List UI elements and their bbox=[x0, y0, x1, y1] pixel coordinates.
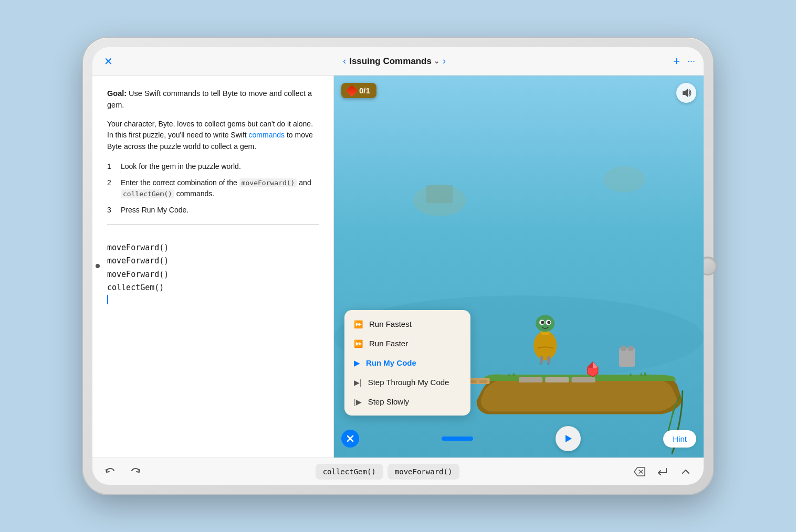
code-editor[interactable]: moveForward() moveForward() moveForward(… bbox=[92, 241, 333, 457]
hint-button[interactable]: Hint bbox=[663, 430, 696, 448]
text-cursor bbox=[107, 295, 108, 304]
nav-prev-button[interactable]: ‹ bbox=[343, 56, 346, 67]
ipad-frame: ✕ ‹ Issuing Commands ⌄ › + ··· Goal: bbox=[83, 38, 713, 494]
step-through-label: Step Through My Code bbox=[368, 378, 449, 387]
run-indicator bbox=[442, 437, 473, 441]
undo-button[interactable] bbox=[101, 462, 120, 481]
svg-rect-6 bbox=[519, 377, 542, 382]
run-fastest-icon: ⏩ bbox=[354, 320, 363, 328]
redo-icon bbox=[130, 466, 141, 477]
steps-list: 1 Look for the gem in the puzzle world. … bbox=[107, 161, 319, 216]
score-badge: 0/1 bbox=[341, 83, 376, 98]
add-button[interactable]: + bbox=[673, 55, 680, 68]
svg-rect-26 bbox=[621, 346, 626, 351]
nav-title[interactable]: Issuing Commands ⌄ bbox=[349, 56, 439, 67]
svg-point-13 bbox=[533, 331, 557, 360]
cursor-line[interactable] bbox=[107, 295, 319, 304]
right-panel: 0/1 bbox=[334, 76, 704, 457]
main-content: Goal: Use Swift commands to tell Byte to… bbox=[92, 76, 704, 457]
run-play-button[interactable] bbox=[556, 426, 581, 451]
top-bar-actions: + ··· bbox=[673, 55, 695, 68]
nav-bar: ‹ Issuing Commands ⌄ › bbox=[122, 56, 667, 67]
goal-label: Goal: bbox=[107, 89, 127, 98]
step-1-content: Look for the gem in the puzzle world. bbox=[121, 161, 319, 172]
sound-button[interactable] bbox=[676, 83, 696, 103]
step-slowly-item[interactable]: |▶ Step Slowly bbox=[344, 392, 470, 411]
run-faster-icon: ⏩ bbox=[354, 339, 363, 348]
svg-rect-20 bbox=[540, 356, 543, 364]
more-button[interactable]: ··· bbox=[687, 56, 695, 67]
game-background: 0/1 bbox=[334, 76, 704, 457]
svg-point-18 bbox=[541, 321, 544, 324]
run-my-code-item[interactable]: ▶ Run My Code bbox=[344, 353, 470, 373]
return-key-button[interactable] bbox=[653, 462, 672, 481]
chevron-up-button[interactable] bbox=[676, 462, 695, 481]
svg-rect-12 bbox=[479, 380, 487, 383]
run-my-code-icon: ▶ bbox=[354, 359, 360, 367]
chevron-up-icon bbox=[680, 466, 691, 477]
svg-rect-8 bbox=[572, 377, 595, 382]
delete-icon bbox=[633, 466, 646, 477]
svg-marker-0 bbox=[683, 89, 688, 97]
close-button[interactable]: ✕ bbox=[101, 54, 116, 69]
step-2: 2 Enter the correct combination of the m… bbox=[107, 177, 319, 199]
move-forward-snippet[interactable]: moveForward() bbox=[387, 464, 460, 480]
instructions-area: Goal: Use Swift commands to tell Byte to… bbox=[92, 76, 333, 241]
close-x-icon bbox=[347, 435, 354, 442]
run-fastest-label: Run Fastest bbox=[369, 320, 412, 328]
gem-icon bbox=[346, 84, 358, 97]
step-through-icon: ▶| bbox=[354, 378, 362, 387]
play-icon bbox=[563, 433, 573, 444]
svg-rect-7 bbox=[545, 377, 569, 382]
svg-point-15 bbox=[536, 315, 554, 332]
code-line-1[interactable]: moveForward() bbox=[107, 241, 319, 255]
step-1-number: 1 bbox=[107, 161, 114, 172]
code-collectgem: collectGem() bbox=[121, 189, 174, 198]
left-panel: Goal: Use Swift commands to tell Byte to… bbox=[92, 76, 334, 457]
run-my-code-label: Run My Code bbox=[366, 358, 416, 367]
run-fastest-item[interactable]: ⏩ Run Fastest bbox=[344, 314, 470, 334]
svg-point-19 bbox=[547, 321, 550, 324]
top-bar: ✕ ‹ Issuing Commands ⌄ › + ··· bbox=[92, 47, 704, 76]
close-run-button[interactable] bbox=[341, 430, 359, 448]
collect-gem-snippet[interactable]: collectGem() bbox=[316, 464, 383, 480]
ipad-screen: ✕ ‹ Issuing Commands ⌄ › + ··· Goal: bbox=[92, 47, 704, 485]
step-through-item[interactable]: ▶| Step Through My Code bbox=[344, 373, 470, 392]
nav-next-button[interactable]: › bbox=[443, 56, 446, 67]
step-1: 1 Look for the gem in the puzzle world. bbox=[107, 161, 319, 172]
undo-icon bbox=[104, 466, 116, 477]
run-menu: ⏩ Run Fastest ⏩ Run Faster ▶ Run My Code bbox=[344, 310, 470, 416]
code-line-4[interactable]: collectGem() bbox=[107, 281, 319, 295]
nav-chevron-icon: ⌄ bbox=[434, 57, 439, 65]
svg-rect-27 bbox=[628, 346, 633, 351]
toolbar-right bbox=[630, 462, 695, 481]
divider bbox=[107, 224, 319, 225]
redo-button[interactable] bbox=[126, 462, 145, 481]
svg-marker-30 bbox=[565, 435, 572, 442]
svg-point-3 bbox=[603, 166, 645, 193]
snippet-buttons: collectGem() moveForward() bbox=[151, 464, 624, 480]
step-3-number: 3 bbox=[107, 205, 114, 216]
svg-rect-25 bbox=[619, 348, 635, 367]
game-bottom-controls: Hint bbox=[334, 426, 704, 451]
score-text: 0/1 bbox=[359, 86, 370, 95]
step-2-number: 2 bbox=[107, 177, 114, 199]
commands-link[interactable]: commands bbox=[249, 131, 285, 139]
step-slowly-icon: |▶ bbox=[354, 398, 362, 406]
nav-title-text: Issuing Commands bbox=[349, 56, 432, 67]
code-line-3[interactable]: moveForward() bbox=[107, 268, 319, 282]
step-3-content: Press Run My Code. bbox=[121, 205, 319, 216]
step-3: 3 Press Run My Code. bbox=[107, 205, 319, 216]
description-text: Your character, Byte, loves to collect g… bbox=[107, 119, 319, 153]
goal-text: Goal: Use Swift commands to tell Byte to… bbox=[107, 88, 319, 111]
delete-key-button[interactable] bbox=[630, 462, 649, 481]
goal-description: Use Swift commands to tell Byte to move … bbox=[107, 89, 312, 109]
run-faster-label: Run Faster bbox=[369, 339, 408, 348]
speaker-icon bbox=[681, 88, 692, 98]
step-2-content: Enter the correct combination of the mov… bbox=[121, 177, 319, 199]
run-faster-item[interactable]: ⏩ Run Faster bbox=[344, 334, 470, 353]
svg-rect-2 bbox=[426, 185, 453, 203]
code-moveforward: moveForward() bbox=[239, 178, 297, 187]
code-line-2[interactable]: moveForward() bbox=[107, 254, 319, 268]
return-icon bbox=[657, 466, 668, 477]
